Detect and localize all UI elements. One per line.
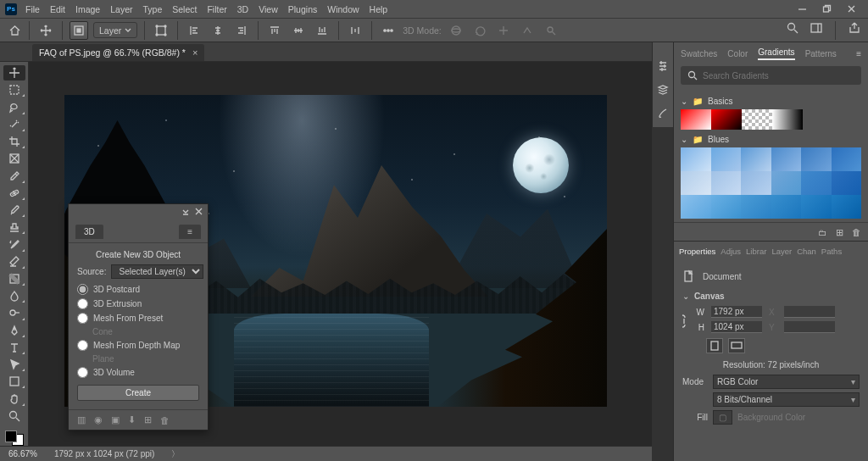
gradient-swatch[interactable]	[832, 171, 862, 195]
fill-swatch[interactable]: ▢	[713, 410, 732, 425]
tab-gradients[interactable]: Gradients	[758, 47, 794, 60]
gradient-swatch[interactable]	[741, 147, 771, 171]
gradient-swatch[interactable]	[711, 109, 742, 130]
tab-properties[interactable]: Properties	[679, 247, 715, 256]
move-tool[interactable]	[3, 65, 25, 81]
gradient-swatch[interactable]	[771, 147, 802, 171]
blues-group[interactable]: ⌄ 📁 Blues	[681, 135, 861, 144]
gradient-swatch[interactable]	[711, 195, 742, 219]
move-tool-icon[interactable]	[36, 21, 55, 40]
canvas-section[interactable]: ⌄ Canvas	[682, 292, 860, 301]
tab-layers[interactable]: Layer	[771, 247, 792, 256]
menu-type[interactable]: Type	[142, 4, 162, 14]
tab-patterns[interactable]: Patterns	[805, 49, 837, 58]
pen-tool[interactable]	[3, 323, 25, 338]
tab-paths[interactable]: Paths	[821, 247, 842, 256]
gradient-swatch[interactable]	[681, 171, 711, 195]
3d-slide-icon[interactable]	[518, 21, 537, 40]
3d-zoom-icon[interactable]	[542, 21, 560, 40]
gradient-swatch[interactable]	[711, 147, 742, 171]
blur-tool[interactable]	[3, 288, 25, 303]
3d-light-icon[interactable]: ◉	[94, 414, 103, 425]
3d-filter-icon[interactable]: ▥	[77, 414, 86, 425]
eyedropper-tool[interactable]	[3, 168, 25, 183]
status-chevron-icon[interactable]: 〉	[171, 448, 180, 460]
gradient-swatch[interactable]	[801, 195, 832, 219]
3d-render-icon[interactable]: ⬇	[128, 414, 136, 425]
share-icon[interactable]	[848, 21, 861, 40]
link-icon[interactable]	[679, 313, 689, 331]
align-top-icon[interactable]	[265, 21, 284, 40]
gradient-new-icon[interactable]: ⊞	[836, 227, 843, 237]
eraser-tool[interactable]	[3, 254, 25, 269]
3d-postcard-radio[interactable]: 3D Postcard	[77, 284, 199, 295]
align-right-icon[interactable]	[232, 21, 251, 40]
3d-extrusion-radio[interactable]: 3D Extrusion	[77, 298, 199, 309]
search-icon[interactable]	[786, 21, 799, 40]
gradient-search-input[interactable]	[703, 71, 854, 81]
menu-image[interactable]: Image	[75, 4, 100, 14]
adjustments-dock-icon[interactable]	[657, 59, 669, 73]
history-brush-tool[interactable]	[3, 236, 25, 252]
depth-select[interactable]: 8 Bits/Channel▾	[713, 392, 860, 407]
width-input[interactable]	[711, 306, 762, 318]
minimize-button[interactable]	[798, 4, 807, 14]
3d-volume-radio[interactable]: 3D Volume	[77, 367, 199, 378]
zoom-tool[interactable]	[3, 408, 25, 424]
distribute-icon[interactable]	[346, 21, 364, 40]
tab-color[interactable]: Color	[727, 49, 748, 58]
heal-tool[interactable]	[3, 186, 25, 201]
mode-select[interactable]: RGB Color▾	[713, 375, 860, 389]
menu-select[interactable]: Select	[172, 4, 197, 14]
brush-tool[interactable]	[3, 203, 25, 218]
menu-layer[interactable]: Layer	[110, 4, 132, 14]
gradient-swatch[interactable]	[832, 195, 862, 219]
color-swatches[interactable]	[5, 430, 24, 446]
gradient-swatch[interactable]	[711, 171, 742, 195]
height-input[interactable]	[711, 321, 762, 333]
auto-select-dropdown[interactable]: Layer	[93, 22, 137, 38]
menu-help[interactable]: Help	[370, 4, 388, 14]
align-bottom-icon[interactable]	[313, 21, 331, 40]
gradient-swatch[interactable]	[681, 195, 711, 219]
lasso-tool[interactable]	[3, 99, 25, 114]
auto-select-icon[interactable]	[70, 21, 88, 40]
frame-tool[interactable]	[3, 151, 25, 166]
menu-file[interactable]: File	[25, 4, 40, 14]
collapse-panel-icon[interactable]	[181, 208, 190, 218]
menu-filter[interactable]: Filter	[207, 4, 226, 14]
close-tab-icon[interactable]: ×	[192, 47, 198, 58]
transform-controls-icon[interactable]	[152, 21, 170, 40]
mesh-preset-radio[interactable]: Mesh From Preset	[77, 313, 199, 324]
gradient-swatch[interactable]	[742, 109, 772, 130]
3d-pan-icon[interactable]	[494, 21, 513, 40]
gradient-swatch[interactable]	[681, 109, 711, 130]
3d-trash-icon[interactable]: 🗑	[160, 415, 170, 425]
shape-tool[interactable]	[3, 374, 25, 389]
stamp-tool[interactable]	[3, 219, 25, 235]
gradient-search[interactable]	[681, 66, 861, 85]
close-panel-icon[interactable]	[195, 208, 203, 218]
align-vcenter-icon[interactable]	[289, 21, 308, 40]
more-options-icon[interactable]	[379, 21, 398, 40]
3d-orbit-icon[interactable]	[447, 21, 465, 40]
landscape-icon[interactable]	[728, 338, 745, 353]
close-button[interactable]	[847, 4, 856, 14]
gradient-swatch[interactable]	[771, 171, 802, 195]
type-tool[interactable]	[3, 340, 25, 355]
3d-camera-icon[interactable]: ▣	[111, 414, 120, 425]
menu-view[interactable]: View	[259, 4, 278, 14]
gradient-trash-icon[interactable]: 🗑	[852, 227, 861, 237]
dodge-tool[interactable]	[3, 305, 25, 320]
path-select-tool[interactable]	[3, 357, 25, 372]
gradient-swatch[interactable]	[741, 195, 771, 219]
hand-tool[interactable]	[3, 391, 25, 406]
3d-roll-icon[interactable]	[470, 21, 489, 40]
zoom-label[interactable]: 66.67%	[8, 449, 37, 458]
document-tab[interactable]: FAQ of PS.jpeg @ 66.7% (RGB/8#) * ×	[32, 44, 204, 61]
3d-new-icon[interactable]: ⊞	[144, 414, 152, 425]
basics-group[interactable]: ⌄ 📁 Basics	[681, 97, 861, 106]
gradient-swatch[interactable]	[801, 171, 832, 195]
gradient-swatch[interactable]	[801, 147, 832, 171]
menu-plugins[interactable]: Plugins	[288, 4, 317, 14]
